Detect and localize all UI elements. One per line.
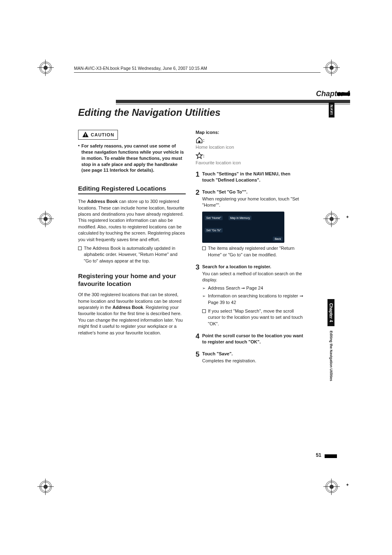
arrow-icon: [202, 293, 208, 306]
caution-text: For safety reasons, you cannot use some …: [81, 143, 186, 173]
return-home-bold: Return Home: [140, 252, 167, 257]
section2-para: Of the 300 registered locations that can…: [78, 292, 186, 336]
runhead-text: MAN-AVIC-X3-EN.book Page 51 Wednesday, J…: [74, 66, 207, 71]
ss-back-button: Back: [273, 237, 283, 241]
step-number: 1: [196, 171, 202, 183]
step-title: Touch "Set "Go To"".: [202, 189, 303, 195]
step-desc: When registering your home location, tou…: [202, 196, 303, 209]
print-regmark: [325, 481, 338, 493]
ss-map-memory: Map in Memory: [228, 216, 251, 220]
print-regmark: [39, 213, 52, 225]
note-square-icon: [78, 245, 82, 264]
arrow-icon: [202, 285, 208, 291]
text: can store up to 300 registered locations…: [78, 199, 185, 242]
running-header: MAN-AVIC-X3-EN.book Page 51 Wednesday, J…: [74, 66, 321, 73]
text: The: [78, 199, 87, 204]
step3-sub1: Address Search ➞ Page 24: [202, 285, 303, 291]
address-book-bold: Address Book: [113, 305, 143, 310]
navi-tab: NAVI: [329, 102, 334, 117]
step-title: Search for a location to register.: [202, 264, 303, 270]
text: If you select ": [208, 309, 235, 313]
fav-icon-caption: Favourite location icon: [196, 160, 303, 165]
text: ".: [216, 321, 219, 326]
left-column: CAUTION • For safety reasons, you cannot…: [78, 130, 186, 336]
svg-rect-1: [85, 136, 86, 136]
svg-rect-0: [85, 134, 86, 136]
print-regmark: [39, 62, 52, 74]
step2-note: The items already registered under "Retu…: [202, 245, 303, 258]
ss-set-goto: Set "Go To": [205, 228, 223, 233]
step-title: Touch "Settings" in the NAVI MENU, then …: [202, 171, 303, 183]
print-regmark: [325, 62, 338, 74]
step-3: 3 Search for a location to register. You…: [196, 264, 303, 327]
step3-sub2: Information on searching locations to re…: [202, 293, 303, 306]
colon: :: [203, 138, 205, 143]
text: " or ": [220, 252, 230, 257]
step3-sub3: If you select "Map Search", move the scr…: [202, 308, 303, 327]
navi-menu-bold: NAVI MENU: [254, 171, 279, 176]
page-number-bar: [325, 454, 337, 458]
step-4: 4 Point the scroll cursor to the locatio…: [196, 333, 303, 345]
star-icon: [196, 152, 203, 159]
ss-set-home: Set "Home": [205, 216, 223, 220]
chapter-bar-accent: [337, 92, 350, 96]
step-1: 1 Touch "Settings" in the NAVI MENU, the…: [196, 171, 303, 183]
step-title: Point the scroll cursor to the location …: [202, 333, 303, 345]
fav-icon-row: :: [196, 152, 303, 159]
ok-bold: OK: [210, 321, 216, 326]
print-regmark: [39, 481, 52, 493]
header-rule: [74, 72, 321, 73]
home-icon-caption: Home location icon: [196, 145, 303, 150]
side-chapter-text: Editing the Navigation Utilities: [329, 331, 333, 381]
chapter-rule: [116, 100, 350, 103]
text: The items already registered under ": [208, 246, 281, 251]
sub-text: Address Search ➞ Page 24: [208, 285, 303, 291]
defined-locations-screenshot: Set "Home" Map in Memory Set "Go To" Bac…: [202, 212, 284, 243]
step-desc: Completes the registration.: [202, 358, 303, 364]
step-title: Touch "Save".: [202, 351, 303, 357]
chapter-label: Chapter 4: [116, 90, 350, 98]
map-search-bold: Map Search: [235, 309, 259, 313]
text: ".: [217, 203, 220, 207]
colon: :: [203, 153, 205, 158]
svg-rect-2: [198, 141, 201, 143]
step-2: 2 Touch "Set "Go To"". When registering …: [196, 189, 303, 209]
caution-label: CAUTION: [91, 132, 114, 137]
go-to-bold: Go to: [85, 258, 97, 263]
go-to-bold: Go to: [230, 252, 241, 257]
step-number: 5: [196, 351, 202, 364]
subsection-head-registering: Registering your home and your favourite…: [78, 272, 186, 288]
step-number: 4: [196, 333, 202, 345]
text: When registering your home location, tou…: [202, 196, 292, 201]
text: " can be modified.: [241, 252, 277, 257]
note-body: The Address Book is automatically update…: [82, 245, 186, 264]
step-desc: You can select a method of location sear…: [202, 271, 303, 283]
step-number: 2: [196, 189, 202, 209]
note-square-icon: [202, 245, 206, 258]
section1-note: The Address Book is automatically update…: [78, 245, 186, 264]
side-chapter-tab: Chapter 4: [327, 299, 334, 326]
step-number: 3: [196, 264, 202, 327]
note-body: The items already registered under "Retu…: [206, 245, 303, 258]
sub-text: Information on searching locations to re…: [208, 293, 303, 306]
page-title: Editing the Navigation Utilities: [78, 107, 221, 118]
hash-mark: ✦: [346, 214, 349, 220]
note-body: If you select "Map Search", move the scr…: [206, 308, 303, 327]
text: Touch "Settings" in the: [202, 171, 254, 176]
warning-icon: [82, 131, 89, 138]
home-icon-row: :: [196, 136, 303, 144]
section-head-editing: Editing Registered Locations: [78, 185, 186, 194]
step-5: 5 Touch "Save". Completes the registrati…: [196, 351, 303, 364]
right-column: Map icons: : Home location icon : Favour…: [196, 130, 303, 364]
page-number: 51: [316, 452, 321, 458]
caution-bullet: • For safety reasons, you cannot use som…: [78, 143, 186, 173]
note-square-icon: [202, 308, 206, 327]
home-icon: [196, 136, 203, 144]
address-book-bold: Address Book: [87, 199, 118, 204]
chapter-banner: Chapter 4: [116, 90, 350, 104]
map-icons-label: Map icons:: [196, 130, 303, 135]
text: " always appear at the top.: [97, 258, 150, 263]
hash-mark: ✦: [346, 482, 349, 488]
section1-para: The Address Book can store up to 300 reg…: [78, 198, 186, 243]
caution-box: CAUTION: [78, 130, 118, 140]
